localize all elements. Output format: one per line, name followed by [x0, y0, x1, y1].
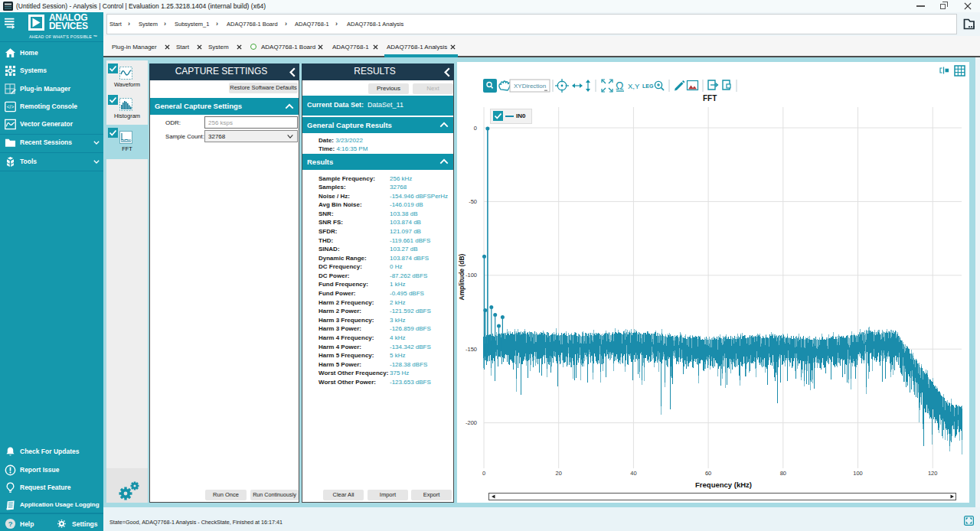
svg-text:0: 0	[482, 470, 485, 477]
svg-text:X,Y: X,Y	[628, 82, 640, 90]
svg-text:Frequency (kHz): Frequency (kHz)	[695, 481, 752, 489]
svg-text:Amplitude (dB): Amplitude (dB)	[458, 253, 466, 300]
svg-text:60: 60	[705, 470, 711, 477]
svg-text:LEG: LEG	[642, 83, 654, 89]
svg-text:Ω: Ω	[616, 80, 623, 92]
svg-text:-100: -100	[466, 272, 477, 279]
svg-text:-150: -150	[466, 346, 477, 353]
svg-text:-200: -200	[466, 419, 477, 426]
svg-text:XYDirection: XYDirection	[514, 83, 546, 90]
svg-text:40: 40	[630, 470, 636, 477]
svg-text:20: 20	[556, 470, 562, 477]
svg-text:120: 120	[928, 470, 938, 477]
svg-text:80: 80	[780, 470, 786, 477]
svg-text:-50: -50	[469, 198, 477, 205]
svg-text:0: 0	[474, 125, 477, 132]
svg-text:100: 100	[853, 470, 863, 477]
svg-text:</>: </>	[7, 103, 15, 109]
svg-text:?: ?	[8, 520, 13, 528]
